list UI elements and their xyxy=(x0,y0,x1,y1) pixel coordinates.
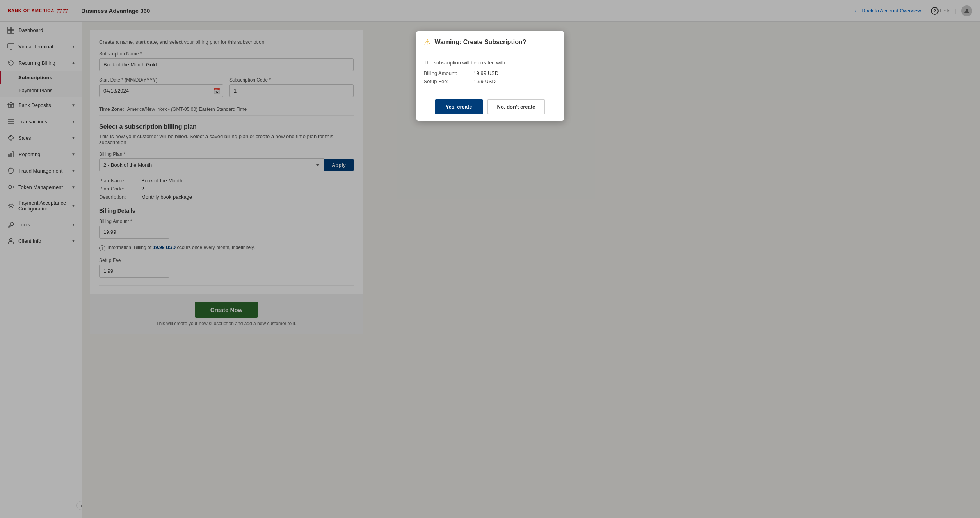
modal-setup-fee-row: Setup Fee: 1.99 USD xyxy=(424,78,557,84)
modal-setup-fee-value: 1.99 USD xyxy=(474,78,496,84)
warning-modal: ⚠ Warning: Create Subscription? The subs… xyxy=(416,31,564,121)
no-dont-create-button[interactable]: No, don't create xyxy=(487,99,546,114)
yes-create-button[interactable]: Yes, create xyxy=(435,99,483,114)
modal-billing-amount-row: Billing Amount: 19.99 USD xyxy=(424,70,557,76)
modal-footer: Yes, create No, don't create xyxy=(416,93,564,121)
modal-header: ⚠ Warning: Create Subscription? xyxy=(416,31,564,53)
modal-billing-amount-value: 19.99 USD xyxy=(474,70,499,76)
modal-body: The subscription will be created with: B… xyxy=(416,53,564,93)
modal-description: The subscription will be created with: xyxy=(424,60,557,66)
modal-billing-amount-label: Billing Amount: xyxy=(424,70,471,76)
modal-setup-fee-label: Setup Fee: xyxy=(424,78,471,84)
modal-overlay: ⚠ Warning: Create Subscription? The subs… xyxy=(0,0,980,518)
modal-title: Warning: Create Subscription? xyxy=(435,39,526,46)
warning-triangle-icon: ⚠ xyxy=(424,37,431,47)
